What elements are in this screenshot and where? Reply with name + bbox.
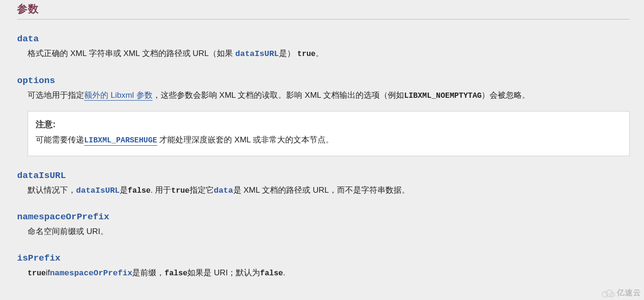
text: 可能需要传递: [36, 135, 84, 144]
code-false: false: [260, 269, 283, 278]
param-dataisurl-desc: 默认情况下，dataIsURL是false. 用于true指定它data是 XM…: [28, 184, 630, 198]
text: 格式正确的 XML 字符串或 XML 文档的路径或 URL（如果: [28, 49, 235, 58]
note-title: 注意:: [36, 116, 622, 132]
section-title: 参数: [17, 2, 630, 16]
param-name-data: data: [17, 34, 39, 44]
text: if: [46, 268, 50, 277]
text: 是: [120, 186, 128, 195]
text: 才能处理深度嵌套的 XML 或非常大的文本节点。: [157, 135, 334, 144]
text: 可选地用于指定: [28, 91, 84, 100]
param-isprefix-desc: trueifnamespaceOrPrefix是前缀，false如果是 URI；…: [28, 266, 630, 281]
param-name-options: options: [17, 75, 55, 86]
text: 默认情况下，: [28, 186, 76, 195]
text: 命名空间前缀或 URI。: [28, 227, 108, 236]
svg-point-0: [602, 291, 608, 297]
param-name-isprefix: isPrefix: [17, 253, 60, 263]
code-true: true: [171, 187, 189, 195]
link-libxml-params[interactable]: 额外的 Libxml 参数: [84, 91, 153, 101]
code-false: false: [128, 187, 151, 195]
text: 如果是 URI；默认为: [187, 268, 260, 277]
text: ，这些参数会影响 XML 文档的读取。影响 XML 文档输出的选项（例如: [153, 91, 404, 100]
text: .: [283, 268, 285, 277]
text: 是前缀，: [132, 268, 164, 277]
note-body: 可能需要传递LIBXML_PARSEHUGE 才能处理深度嵌套的 XML 或非常…: [36, 132, 622, 148]
code-false: false: [164, 269, 187, 278]
watermark-text: 亿速云: [617, 288, 641, 298]
note-box: 注意: 可能需要传递LIBXML_PARSEHUGE 才能处理深度嵌套的 XML…: [28, 111, 630, 156]
param-options-term: options: [17, 75, 630, 86]
code-libxml-noemptytag: LIBXML_NOEMPTYTAG: [404, 92, 481, 100]
doc-page: 参数 data 格式正确的 XML 字符串或 XML 文档的路径或 URL（如果…: [0, 2, 644, 281]
param-isprefix-term: isPrefix: [17, 253, 630, 263]
param-nsprefix-term: namespaceOrPrefix: [17, 212, 630, 222]
inline-param-data: data: [214, 186, 233, 195]
param-nsprefix-desc: 命名空间前缀或 URI。: [28, 225, 630, 239]
text: ）会被忽略。: [481, 91, 530, 100]
inline-param-nsprefix: namespaceOrPrefix: [50, 269, 132, 278]
param-data-term: data: [17, 34, 630, 44]
param-data-desc: 格式正确的 XML 字符串或 XML 文档的路径或 URL（如果 dataIsU…: [28, 47, 630, 61]
code-true: true: [298, 50, 316, 58]
param-list: data 格式正确的 XML 字符串或 XML 文档的路径或 URL（如果 da…: [17, 34, 630, 281]
link-libxml-parsehuge[interactable]: LIBXML_PARSEHUGE: [84, 137, 157, 146]
param-name-nsprefix: namespaceOrPrefix: [17, 212, 109, 222]
text: . 用于: [151, 186, 171, 195]
inline-param-dataIsURL: dataIsURL: [235, 49, 279, 58]
watermark: 亿速云: [601, 288, 641, 298]
text: 。: [316, 49, 324, 58]
section-rule: [17, 19, 630, 19]
param-options-desc: 可选地用于指定额外的 Libxml 参数，这些参数会影响 XML 文档的读取。影…: [28, 89, 630, 103]
param-name-dataisurl: dataIsURL: [17, 170, 66, 181]
param-dataisurl-term: dataIsURL: [17, 170, 630, 181]
text: 指定它: [190, 186, 214, 195]
inline-param-dataisurl: dataIsURL: [76, 186, 120, 195]
svg-point-1: [606, 290, 613, 297]
text: 是）: [279, 49, 295, 58]
cloud-icon: [601, 289, 615, 298]
code-true: true: [28, 269, 46, 278]
text: 是 XML 文档的路径或 URL，而不是字符串数据。: [233, 186, 410, 195]
